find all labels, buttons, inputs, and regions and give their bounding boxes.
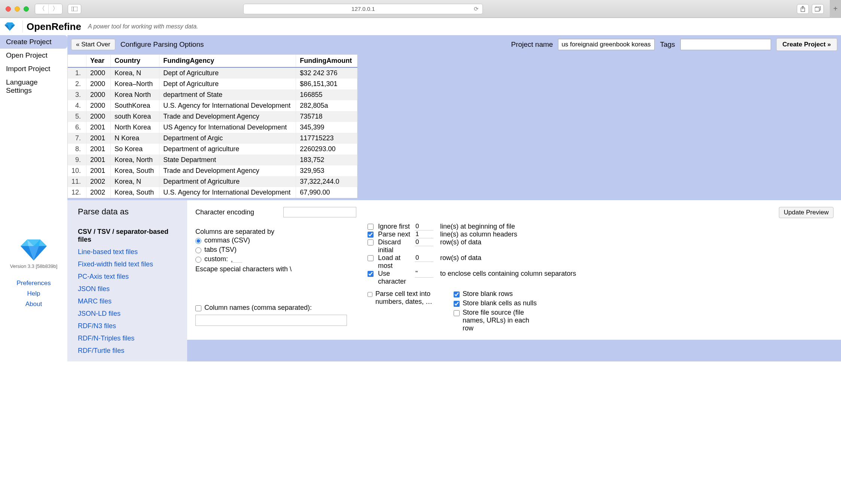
start-over-button[interactable]: « Start Over [71,39,115,50]
year-cell: 2001 [86,155,111,165]
opt-load-at-most: Load at most row(s) of data [368,254,833,270]
format-option[interactable]: RDF/Turtle files [78,345,183,357]
left-column: Create Project Open Project Import Proje… [0,35,67,361]
use-char-value[interactable] [415,270,433,278]
table-row: 12. 2002 Korea, South U.S. Agency for In… [68,187,357,198]
use-char-label2: to enclose cells containing column separ… [440,270,833,278]
rownum-cell: 9. [68,155,86,165]
col-names-input[interactable] [195,315,347,326]
create-project-button[interactable]: Create Project » [776,38,837,51]
maximize-window-icon[interactable] [24,6,29,12]
sidebar-icon [71,7,77,11]
sep-csv-radio[interactable] [195,238,201,244]
ignore-first-checkbox[interactable] [368,224,374,230]
encoding-input[interactable] [283,207,356,217]
store-blank-cells-checkbox[interactable] [454,301,460,307]
new-tab-button[interactable]: + [830,0,841,18]
ignore-first-value[interactable] [415,223,433,230]
discard-value[interactable] [415,238,433,246]
sep-tsv-radio[interactable] [195,247,201,253]
rownum-cell: 7. [68,133,86,144]
table-row: 6. 2001 North Korea US Agency for Intern… [68,122,357,133]
link-about[interactable]: About [0,299,67,309]
parse-next-value[interactable] [415,230,433,238]
rownum-cell: 12. [68,187,86,198]
year-cell: 2000 [86,100,111,111]
left-footer: Version 3.3 [58b839b] Preferences Help A… [0,239,67,309]
update-preview-button[interactable]: Update Preview [779,207,834,218]
parse-cell-checkbox[interactable] [368,291,372,297]
nav-import-project[interactable]: Import Project [0,62,67,76]
year-cell: 2000 [86,79,111,89]
link-preferences[interactable]: Preferences [0,278,67,288]
project-name-input[interactable] [558,39,655,50]
reload-icon[interactable]: ⟳ [474,6,479,12]
agency-cell: US Agency for International Development [159,122,296,133]
col-names-label: Column names (comma separated): [204,304,312,312]
link-help[interactable]: Help [0,288,67,299]
store-blank-cells-label: Store blank cells as nulls [463,299,537,307]
year-cell: 2002 [86,187,111,198]
parse-title: Parse data as [78,207,183,217]
parse-next-checkbox[interactable] [368,232,374,238]
format-option[interactable]: CSV / TSV / separator-based files [78,226,183,246]
url-bar[interactable]: 127.0.0.1 ⟳ [243,4,483,14]
sep-custom-input[interactable] [231,257,242,263]
left-nav: Create Project Open Project Import Proje… [0,35,67,97]
share-button[interactable] [797,4,809,14]
table-row: 2. 2000 Korea–North Dept of Agriculture … [68,79,357,89]
discard-checkbox[interactable] [368,239,374,245]
amount-cell: $32 242 376 [296,67,357,79]
format-option[interactable]: PC-Axis text files [78,271,183,283]
discard-label1: Discard initial [378,238,412,254]
format-option[interactable]: Fixed-width field text files [78,258,183,271]
agency-cell: Dept of Agriculture [159,79,296,89]
rownum-cell: 8. [68,144,86,155]
store-file-source-checkbox[interactable] [454,310,460,316]
parse-next-label2: line(s) as column headers [440,230,833,238]
year-cell: 2001 [86,165,111,176]
col-rownum [68,55,86,67]
table-row: 8. 2001 So Korea Department of agricultu… [68,144,357,155]
agency-cell: Trade and Development Agency [159,111,296,122]
tabs-button[interactable] [812,4,824,14]
nav-open-project[interactable]: Open Project [0,49,67,62]
store-blank-rows-checkbox[interactable] [454,291,460,297]
close-window-icon[interactable] [6,6,11,12]
rownum-cell: 5. [68,111,86,122]
col-agency: FundingAgency [159,55,296,67]
sep-custom-label: custom: [204,255,228,263]
minimize-window-icon[interactable] [15,6,20,12]
use-char-checkbox[interactable] [368,271,374,277]
agency-cell: Department of Agriculture [159,176,296,187]
amount-cell: $86,151,301 [296,79,357,89]
table-row: 7. 2001 N Korea Department of Argic 1177… [68,133,357,144]
share-icon [800,6,805,12]
traffic-lights [6,6,29,12]
store-file-source-label: Store file source (file names, URLs) in … [463,309,534,332]
format-option[interactable]: JSON files [78,283,183,295]
col-country: Country [111,55,159,67]
load-at-most-value[interactable] [415,254,433,262]
format-option[interactable]: Line-based text files [78,246,183,258]
show-sidebar-button[interactable] [68,4,81,14]
nav-create-project[interactable]: Create Project [0,35,67,49]
format-option[interactable]: JSON-LD files [78,308,183,320]
nav-language-settings[interactable]: Language Settings [0,76,67,97]
year-cell: 2002 [86,176,111,187]
preview-table: Year Country FundingAgency FundingAmount… [68,55,357,198]
amount-cell: 117715223 [296,133,357,144]
tags-input[interactable] [680,39,771,50]
sep-custom-radio[interactable] [195,257,201,263]
col-names-checkbox[interactable] [195,305,201,311]
format-option[interactable]: RDF/N3 files [78,320,183,332]
format-option[interactable]: RDF/N-Triples files [78,332,183,345]
openrefine-logo-large-icon [21,239,47,260]
back-button[interactable]: 〈 [35,4,49,14]
use-char-label1: Use character [378,270,412,285]
format-option[interactable]: MARC files [78,295,183,308]
forward-button[interactable]: 〉 [49,4,62,14]
load-at-most-checkbox[interactable] [368,255,374,261]
chrome-right-controls: + [797,0,835,18]
parse-next-label1: Parse next [378,230,412,238]
